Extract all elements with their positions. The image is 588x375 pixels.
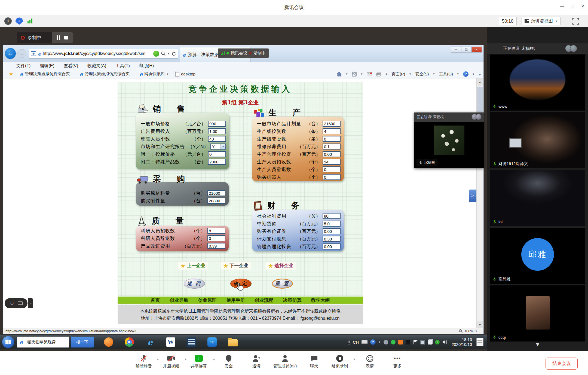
emoji-icon[interactable]: ☺ xyxy=(10,300,14,306)
stop-record-button[interactable]: 结束录制 xyxy=(323,354,356,369)
zone-icon[interactable]: + xyxy=(31,51,36,56)
favorites-star-icon[interactable]: ★ xyxy=(9,71,13,77)
members-button[interactable]: 管理成员(82) xyxy=(269,354,301,369)
help-tray-icon[interactable]: ? xyxy=(370,339,376,345)
back-button[interactable]: ← xyxy=(5,48,16,59)
menu-help[interactable]: 帮助(H) xyxy=(139,63,154,69)
network-tray-icon[interactable] xyxy=(420,340,425,344)
menu-edit[interactable]: 编辑(E) xyxy=(40,63,54,69)
menu-view[interactable]: 查看(V) xyxy=(64,63,78,69)
scroll-up-icon[interactable]: ▲ xyxy=(477,78,483,86)
zoom-dropdown-icon[interactable]: ▼ xyxy=(475,330,477,333)
zoom-level[interactable]: 100% xyxy=(464,329,473,333)
field-input[interactable] xyxy=(208,128,226,134)
taskbar-app-ie[interactable]: e xyxy=(144,336,156,348)
favorite-item[interactable]: e网页快讯库▼ xyxy=(139,71,169,77)
meeting-info-icon[interactable]: i xyxy=(4,17,12,25)
screen-icon[interactable] xyxy=(18,301,23,305)
nav-home[interactable]: 首页 xyxy=(151,297,160,303)
tools-menu[interactable]: 工具(O) xyxy=(439,72,453,77)
volume-icon[interactable] xyxy=(442,340,447,344)
field-input[interactable] xyxy=(207,198,225,204)
clock[interactable]: 18:132020/10/13 xyxy=(452,337,472,347)
favorite-item[interactable]: desktop xyxy=(175,72,195,77)
field-input[interactable] xyxy=(323,121,341,127)
nav-simulation[interactable]: 决策仿真 xyxy=(283,297,302,303)
rss-icon[interactable] xyxy=(352,72,357,77)
field-input[interactable] xyxy=(207,190,225,196)
scroll-participants-down-icon[interactable]: ▼ xyxy=(487,341,588,348)
field-input[interactable] xyxy=(323,174,341,180)
field-input[interactable] xyxy=(208,121,226,127)
taskbar-app-chrome[interactable] xyxy=(124,336,135,348)
field-input[interactable] xyxy=(323,128,341,134)
nav-syllabus[interactable]: 教学大纲 xyxy=(311,297,330,303)
browser-maximize-icon[interactable]: □ xyxy=(461,47,471,53)
taskbar-app-orange[interactable] xyxy=(103,336,114,348)
collapse-left-icon[interactable]: ‹ xyxy=(28,298,33,308)
taskbar-app-media[interactable]: ≋ xyxy=(206,336,218,348)
taskbar-app-calculator[interactable] xyxy=(186,336,197,348)
print-icon[interactable] xyxy=(376,72,381,77)
url-text[interactable]: http://www.jctd.net/cyjc/cyqtdkweb/cysx/… xyxy=(43,51,152,56)
menu-tools[interactable]: 工具(T) xyxy=(115,63,130,69)
search-dropdown-icon[interactable]: ▼ xyxy=(167,52,170,55)
close-icon[interactable]: × xyxy=(581,3,584,9)
health-shield-icon[interactable]: + xyxy=(16,17,23,25)
favorite-item[interactable]: e管理决策虚拟仿真综合实... xyxy=(80,71,133,77)
show-desktop-icon[interactable] xyxy=(476,338,483,346)
field-input[interactable] xyxy=(323,136,341,142)
field-input[interactable] xyxy=(323,221,341,227)
field-input[interactable] xyxy=(207,228,225,234)
chevron-down-icon[interactable]: ▼ xyxy=(220,144,225,149)
chevron-down-icon[interactable]: ▼ xyxy=(346,73,348,75)
stop-recording-icon[interactable] xyxy=(64,36,68,39)
panel-expand-button[interactable]: > xyxy=(469,190,476,202)
forward-button[interactable]: → xyxy=(17,49,26,58)
field-input[interactable] xyxy=(208,151,226,157)
field-input[interactable] xyxy=(208,159,226,165)
language-indicator[interactable]: CH xyxy=(353,340,359,344)
pause-recording-icon[interactable] xyxy=(57,35,60,40)
home-icon[interactable] xyxy=(336,72,342,77)
tray-icon[interactable] xyxy=(391,340,396,344)
field-input[interactable] xyxy=(323,236,341,242)
tray-expand-icon[interactable]: ▼ xyxy=(378,341,381,343)
yn-select[interactable]: Y▼ xyxy=(210,144,226,150)
tray-icon[interactable] xyxy=(384,340,388,344)
scrollbar-thumb[interactable] xyxy=(477,87,483,117)
update-tray-icon[interactable]: + xyxy=(435,340,440,344)
browser-close-icon[interactable]: × xyxy=(471,47,482,53)
scroll-down-icon[interactable]: ▼ xyxy=(477,321,483,328)
return-button[interactable]: 返 回 xyxy=(184,279,205,289)
address-bar[interactable]: + e http://www.jctd.net/cyjc/cyqtdkweb/c… xyxy=(29,49,178,59)
view-mode-button[interactable]: 演讲者视图 ▼ xyxy=(522,17,561,25)
restore-icon[interactable]: □ xyxy=(571,3,574,9)
field-input[interactable] xyxy=(323,243,341,249)
menu-file[interactable]: 文件(F) xyxy=(16,63,30,69)
fullscreen-button[interactable] xyxy=(572,17,580,25)
field-input[interactable] xyxy=(208,136,226,142)
nav-guide[interactable]: 创业导航 xyxy=(170,297,188,303)
participant-tile[interactable]: ioi xyxy=(490,170,585,226)
field-input[interactable] xyxy=(323,228,341,234)
participant-tile[interactable]: www xyxy=(490,54,585,111)
minimize-icon[interactable]: ─ xyxy=(560,3,564,9)
start-button[interactable] xyxy=(2,336,14,348)
search-icon[interactable] xyxy=(161,51,166,56)
taskbar-app-folder[interactable] xyxy=(227,336,238,348)
participant-tile[interactable]: ccqr xyxy=(490,285,585,342)
nav-manual[interactable]: 使用手册 xyxy=(226,297,245,303)
help-icon[interactable]: ? xyxy=(463,71,468,77)
tray-icon[interactable] xyxy=(398,340,403,344)
share-screen-button[interactable]: ↑ 共享屏幕 xyxy=(182,354,215,369)
next-enterprise-link[interactable]: ★下一企业 xyxy=(220,262,251,270)
menu-favorites[interactable]: 收藏夹(A) xyxy=(87,63,106,69)
field-input[interactable] xyxy=(323,144,341,150)
search-go-button[interactable]: 搜一下 xyxy=(71,337,94,347)
more-button[interactable]: ••• 更多 xyxy=(381,354,414,369)
end-meeting-button[interactable]: 结束会议 xyxy=(546,358,578,370)
favorite-item[interactable]: e管理决策虚拟仿真综合实... xyxy=(20,71,73,77)
taskbar-search[interactable]: e 翟天临罕见现身 xyxy=(17,337,69,347)
chevron-down-icon[interactable]: ▼ xyxy=(360,73,363,75)
